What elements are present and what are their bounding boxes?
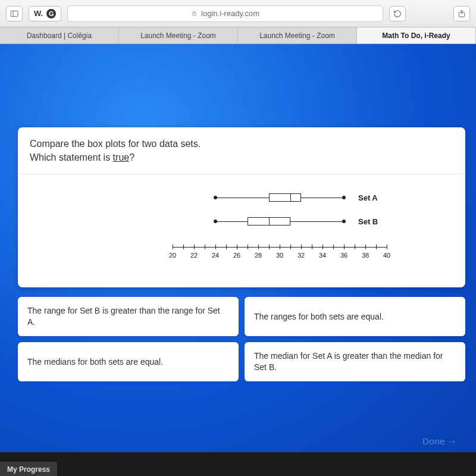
sidebar-toggle-button[interactable] — [6, 6, 23, 21]
tick-label: 20 — [169, 252, 176, 259]
boxplot-label: Set B — [358, 217, 378, 226]
page-footer: My Progress — [0, 452, 476, 476]
answer-option-1[interactable]: The ranges for both sets are equal. — [245, 297, 465, 336]
tab-0[interactable]: Dashboard | Colēgia — [0, 27, 119, 43]
tab-3[interactable]: Math To Do, i-Ready — [357, 27, 476, 43]
question-line-1: Compare the box plots for two data sets. — [30, 137, 453, 151]
svg-rect-0 — [11, 11, 18, 16]
question-prompt: Compare the box plots for two data sets.… — [18, 127, 465, 174]
reload-button[interactable] — [389, 6, 406, 21]
tick-label: 40 — [383, 252, 390, 259]
tick-label: 26 — [233, 252, 240, 259]
tab-1[interactable]: Launch Meeting - Zoom — [119, 27, 238, 43]
share-icon — [457, 9, 466, 18]
boxplot-label: Set A — [358, 193, 378, 202]
site-pill-label: W. — [34, 9, 43, 18]
my-progress-button[interactable]: My Progress — [0, 462, 57, 476]
tick-label: 24 — [212, 252, 219, 259]
boxplot-set-a — [30, 193, 453, 202]
share-button[interactable] — [453, 6, 470, 21]
lock-icon — [191, 10, 198, 17]
browser-toolbar: W. G login.i-ready.com — [0, 0, 476, 27]
tick-label: 38 — [362, 252, 369, 259]
tab-strip: Dashboard | Colēgia Launch Meeting - Zoo… — [0, 27, 476, 44]
tick-label: 22 — [190, 252, 198, 259]
tick-label: 30 — [276, 252, 283, 259]
tick-label: 28 — [255, 252, 262, 259]
answer-option-2[interactable]: The medians for both sets are equal. — [18, 342, 239, 381]
svg-rect-2 — [193, 13, 196, 15]
question-line-2: Which statement is true? — [30, 151, 453, 164]
x-axis: 2022242628303234363840 — [173, 247, 387, 248]
tab-2[interactable]: Launch Meeting - Zoom — [238, 27, 357, 43]
done-button[interactable]: Done → — [422, 436, 457, 446]
app-viewport: Compare the box plots for two data sets.… — [0, 44, 476, 452]
question-card: Compare the box plots for two data sets.… — [18, 127, 465, 287]
tick-label: 36 — [340, 252, 347, 259]
reload-icon — [393, 9, 402, 18]
url-text: login.i-ready.com — [201, 9, 259, 18]
answer-grid: The range for Set B is greater than the … — [18, 297, 465, 381]
tick-label: 34 — [319, 252, 326, 259]
boxplot-area: Set ASet B2022242628303234363840 — [18, 174, 465, 287]
site-pill[interactable]: W. G — [29, 6, 61, 21]
address-bar[interactable]: login.i-ready.com — [67, 5, 383, 22]
answer-option-3[interactable]: The median for Set A is greater than the… — [245, 342, 465, 381]
answer-option-0[interactable]: The range for Set B is greater than the … — [18, 297, 239, 336]
tick-label: 32 — [298, 252, 305, 259]
boxplot-set-b — [30, 217, 453, 226]
panel-icon — [10, 9, 19, 18]
grammarly-icon: G — [46, 9, 56, 18]
